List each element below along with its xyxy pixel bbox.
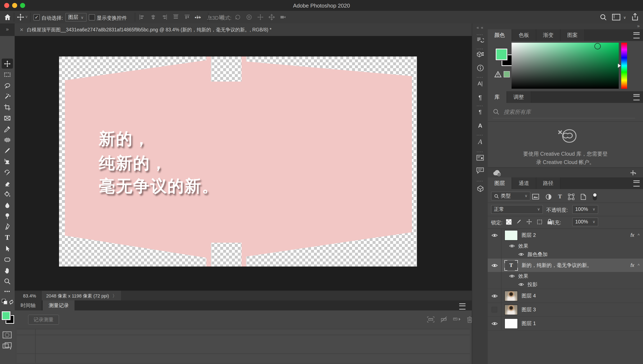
filter-toggle[interactable] — [592, 192, 597, 201]
tab-layers[interactable]: 图层 — [488, 178, 512, 189]
layer-row-text-selected[interactable]: T 新的，纯新的，毫无争议的新。 fx ^ — [488, 258, 643, 272]
effect-color-overlay-row[interactable]: 颜色叠加 — [488, 250, 643, 258]
collapse-effects-icon[interactable]: ^ — [638, 263, 640, 268]
history-brush-tool[interactable] — [2, 167, 13, 178]
close-tab-icon[interactable]: ✕ — [20, 27, 24, 32]
info-panel-icon[interactable] — [472, 64, 488, 72]
auto-select-checkbox[interactable]: ✓ — [34, 14, 40, 20]
glyphs-panel-icon[interactable]: ¶ — [472, 109, 488, 115]
3d-orbit-icon[interactable] — [234, 14, 241, 20]
move-tool-option-icon[interactable] — [17, 14, 24, 21]
3d-slide-icon[interactable] — [268, 14, 275, 20]
path-select-tool[interactable] — [2, 244, 13, 254]
distribute-h-icon[interactable] — [173, 14, 179, 20]
gamut-warning-icon[interactable] — [494, 71, 501, 78]
tab-channels[interactable]: 通道 — [512, 178, 536, 189]
tab-swatches[interactable]: 色板 — [512, 29, 536, 41]
layer-filter-dropdown[interactable]: 类型 ∨ — [491, 192, 530, 200]
visibility-toggle[interactable] — [488, 228, 501, 242]
select-measurement-icon[interactable] — [427, 316, 434, 322]
materials-panel-icon[interactable] — [472, 51, 488, 58]
layer-row-1[interactable]: 图层 1 — [488, 316, 643, 330]
workspace-icon[interactable] — [612, 14, 620, 20]
effect-visibility-icon[interactable] — [518, 282, 524, 286]
visibility-toggle[interactable] — [488, 258, 501, 272]
quick-mask-icon[interactable] — [3, 331, 12, 338]
visibility-toggle[interactable] — [488, 303, 501, 316]
tab-paths[interactable]: 路径 — [536, 178, 560, 189]
effects-row[interactable]: 效果 — [488, 242, 643, 250]
filter-smart-objects-icon[interactable] — [581, 194, 586, 200]
align-right-edges-icon[interactable] — [162, 14, 168, 20]
eraser-tool[interactable] — [2, 178, 13, 188]
3d-panel-icon[interactable] — [472, 185, 488, 192]
share-icon[interactable] — [631, 13, 639, 21]
crop-tool[interactable] — [2, 102, 13, 112]
3d-pan-icon[interactable] — [257, 14, 264, 20]
hand-tool[interactable] — [2, 265, 13, 275]
align-bottom-edges-icon[interactable] — [207, 14, 213, 20]
text-layer-thumbnail[interactable]: T — [504, 260, 518, 270]
lasso-tool[interactable] — [2, 80, 13, 90]
layer-row-3[interactable]: 图层 3 — [488, 302, 643, 316]
hue-slider[interactable] — [621, 43, 627, 89]
layer-thumbnail[interactable] — [504, 290, 518, 301]
effect-visibility-icon[interactable] — [509, 244, 515, 248]
marquee-tool[interactable] — [2, 70, 13, 80]
effect-drop-shadow-row[interactable]: 投影 — [488, 280, 643, 289]
auto-select-dropdown[interactable]: 图层∨ — [65, 13, 87, 22]
comments-panel-icon[interactable] — [472, 167, 488, 174]
visibility-toggle[interactable] — [488, 317, 501, 330]
add-library-icon[interactable] — [629, 170, 638, 176]
libraries-panel-menu-icon[interactable] — [633, 94, 640, 100]
align-h-centers-icon[interactable] — [150, 14, 156, 20]
default-colors-icon[interactable] — [2, 299, 8, 304]
tool-preset-caret-icon[interactable]: ∨ — [25, 15, 28, 19]
measurement-table[interactable] — [17, 329, 470, 363]
layer-row-2[interactable]: 图层 2 fx ^ — [488, 228, 643, 242]
export-measurement-icon[interactable] — [453, 316, 461, 322]
zoom-tool[interactable] — [2, 276, 13, 286]
fx-badge[interactable]: fx — [630, 232, 634, 238]
zoom-level-field[interactable]: 83.4% — [23, 293, 36, 298]
color-panel-menu-icon[interactable] — [633, 32, 640, 38]
gamut-safe-swatch[interactable] — [504, 71, 510, 78]
fill-field[interactable]: 100%∨ — [572, 218, 598, 226]
tab-measurement-log[interactable]: 测量记录 — [43, 300, 75, 310]
eyedropper-tool[interactable] — [2, 124, 13, 134]
panel-expand-icon[interactable]: » — [0, 24, 15, 36]
align-top-edges-icon[interactable] — [184, 14, 190, 20]
layer-row-4[interactable]: 图层 4 — [488, 289, 643, 302]
hue-slider-pointer[interactable] — [618, 64, 621, 68]
paragraph-styles-panel-icon[interactable]: A — [472, 138, 488, 146]
layer-thumbnail[interactable] — [504, 318, 518, 329]
visibility-toggle[interactable] — [488, 289, 501, 302]
lock-artboard-icon[interactable] — [537, 219, 542, 224]
document-size-status[interactable]: 2048 像素 x 1198 像素 (72 ppi) 〉 — [42, 291, 121, 301]
tab-color[interactable]: 颜色 — [488, 29, 512, 41]
history-panel-icon[interactable] — [472, 37, 488, 44]
tab-libraries[interactable]: 库 — [488, 91, 507, 103]
notes-panel-icon[interactable] — [472, 155, 488, 161]
filter-adjustment-layers-icon[interactable] — [545, 194, 552, 200]
screen-mode-icon[interactable] — [3, 342, 12, 350]
swap-colors-icon[interactable] — [8, 299, 14, 304]
panel-menu-icon[interactable] — [459, 303, 465, 310]
cloud-status-icon[interactable] — [493, 170, 502, 176]
3d-camera-icon[interactable] — [280, 14, 286, 20]
3d-roll-icon[interactable] — [246, 14, 252, 20]
brush-tool[interactable] — [2, 146, 13, 156]
blend-mode-dropdown[interactable]: 正常∨ — [491, 205, 543, 214]
clone-stamp-tool[interactable] — [2, 156, 13, 166]
lock-position-icon[interactable] — [526, 219, 532, 225]
filter-type-layers-icon[interactable]: T — [558, 193, 562, 200]
paragraph-panel-icon[interactable]: ¶ — [472, 94, 488, 101]
tab-gradients[interactable]: 渐变 — [536, 29, 560, 41]
document-canvas[interactable]: 新的， 纯新的， 毫无争议的新。 — [59, 56, 417, 266]
dodge-tool[interactable] — [2, 211, 13, 221]
effects-row[interactable]: 效果 — [488, 272, 643, 280]
patch-tool[interactable] — [2, 135, 13, 145]
align-left-edges-icon[interactable] — [139, 14, 145, 20]
character-styles-panel-icon[interactable]: A — [472, 122, 488, 129]
search-icon[interactable] — [599, 14, 607, 21]
